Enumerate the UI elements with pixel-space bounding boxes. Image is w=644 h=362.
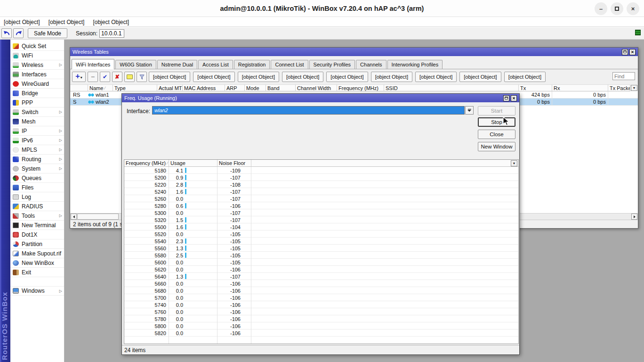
tab[interactable]: WiFi Interfaces (72, 59, 114, 69)
column-header[interactable]: Tx Packet (608, 84, 630, 91)
frequency-row[interactable]: 5820 0.0 -106 (124, 329, 518, 337)
frequency-row[interactable]: 5600 0.0 -105 (124, 259, 518, 266)
frequency-row[interactable]: 5580 2.5 -105 (124, 252, 518, 259)
tab[interactable]: Connect List (271, 60, 308, 69)
toolbar-button[interactable]: [object Object] (326, 72, 368, 82)
comment-button[interactable] (124, 72, 135, 82)
interface-combobox[interactable]: wlan2 (152, 106, 465, 115)
column-select-button[interactable] (631, 85, 637, 91)
session-input[interactable] (99, 29, 124, 38)
sidebar-item[interactable]: Exit (10, 268, 64, 277)
wireless-tables-titlebar[interactable]: Wireless Tables (70, 48, 638, 56)
column-header[interactable] (70, 84, 88, 91)
sidebar-item[interactable]: Files (10, 183, 64, 192)
combobox-dropdown-button[interactable] (465, 106, 474, 115)
frequency-row[interactable]: 5680 0.0 -106 (124, 287, 518, 294)
toolbar-button[interactable]: [object Object] (193, 72, 234, 82)
tab[interactable]: Interworking Profiles (387, 60, 443, 69)
close-button[interactable]: Close (478, 130, 515, 139)
toolbar-button[interactable]: [object Object] (149, 72, 190, 82)
frequency-row[interactable]: 5180 4.1 -109 (124, 167, 518, 174)
maximize-icon[interactable] (611, 2, 623, 15)
sidebar-item[interactable]: WiFi (10, 51, 64, 60)
column-header[interactable]: Usage (169, 160, 217, 167)
start-button[interactable]: Start (478, 106, 515, 115)
column-header[interactable] (251, 160, 518, 167)
sidebar-item[interactable]: WireGuard (10, 79, 64, 89)
column-header[interactable]: Mode (245, 84, 266, 91)
scroll-right-icon[interactable] (631, 214, 637, 220)
scrollbar-thumb[interactable] (77, 214, 119, 220)
close-icon[interactable] (511, 95, 517, 101)
column-header[interactable]: Tx (519, 84, 552, 91)
frequency-row[interactable]: 5560 1.3 -105 (124, 245, 518, 252)
tab[interactable]: Access List (198, 60, 233, 69)
find-input[interactable] (612, 72, 635, 80)
sidebar-item[interactable]: PPP (10, 98, 64, 107)
column-header[interactable]: Rx (552, 84, 608, 91)
frequency-row[interactable]: 5320 1.5 -107 (124, 216, 518, 223)
sidebar-item[interactable]: Bridge (10, 89, 64, 98)
sidebar-item[interactable]: Interfaces (10, 70, 64, 79)
toolbar-button[interactable]: [object Object] (459, 72, 501, 82)
tab[interactable]: Nstreme Dual (157, 60, 197, 69)
sidebar-item[interactable]: Make Supout.rif (10, 249, 64, 258)
column-header[interactable]: Name (88, 84, 113, 91)
safe-mode-button[interactable]: Safe Mode (28, 28, 67, 38)
frequency-row[interactable]: 5660 0.0 -106 (124, 280, 518, 287)
column-header[interactable]: Channel Width (296, 84, 337, 91)
column-header[interactable]: Actual MTU (157, 84, 183, 91)
toolbar-button[interactable]: [object Object] (282, 72, 323, 82)
frequency-row[interactable]: 5240 1.6 -107 (124, 188, 518, 195)
frequency-row[interactable]: 5280 0.6 -106 (124, 202, 518, 209)
sidebar-item[interactable]: New Terminal (10, 221, 64, 230)
sidebar-item[interactable]: Tools (10, 211, 64, 221)
sidebar-item[interactable]: IP (10, 126, 64, 136)
menu-item[interactable]: [object Object] (48, 19, 85, 25)
minimize-icon[interactable]: – (595, 2, 607, 15)
sidebar-item[interactable]: Routing (10, 155, 64, 164)
new-window-button[interactable]: New Window (478, 142, 515, 151)
column-header[interactable]: SSID (384, 84, 519, 91)
sidebar-item[interactable]: IPv6 (10, 136, 64, 145)
toolbar-button[interactable]: [object Object] (238, 72, 279, 82)
sidebar-item[interactable]: Quick Set (10, 41, 64, 51)
frequency-row[interactable]: 5500 1.6 -104 (124, 223, 518, 230)
sidebar-item[interactable]: Wireless (10, 60, 64, 70)
toolbar-button[interactable]: [object Object] (415, 72, 457, 82)
sidebar-item[interactable]: Log (10, 192, 64, 202)
sidebar-item[interactable]: Partition (10, 239, 64, 249)
tab[interactable]: Channels (356, 60, 386, 69)
frequency-row[interactable]: 5760 0.0 -106 (124, 308, 518, 315)
close-icon[interactable]: × (627, 2, 639, 15)
tab[interactable]: W60G Station (115, 60, 156, 69)
sidebar-item[interactable]: Dot1X (10, 230, 64, 239)
column-header[interactable]: Noise Floor (217, 160, 251, 167)
column-header[interactable]: Band (266, 84, 296, 91)
frequency-row[interactable]: 5740 0.0 -106 (124, 301, 518, 308)
redo-button[interactable] (13, 28, 24, 38)
frequency-row[interactable]: 5620 0.0 -106 (124, 266, 518, 273)
scroll-left-icon[interactable] (71, 214, 77, 220)
column-header[interactable]: ARP (225, 84, 245, 91)
toolbar-button[interactable]: [object Object] (504, 72, 546, 82)
menu-item[interactable]: [object Object] (4, 19, 40, 25)
menu-item[interactable]: [object Object] (93, 19, 129, 25)
column-header[interactable]: Frequency (MHz) (124, 160, 169, 167)
frequency-row[interactable]: 5700 0.0 -106 (124, 294, 518, 301)
sidebar-item[interactable]: Mesh (10, 117, 64, 126)
frequency-row[interactable]: 5640 1.3 -107 (124, 273, 518, 280)
frequency-row[interactable]: 5200 0.9 -107 (124, 174, 518, 181)
add-button[interactable] (72, 72, 86, 82)
frequency-row[interactable]: 5520 0.0 -105 (124, 230, 518, 238)
disable-button[interactable] (112, 72, 122, 82)
sidebar-item[interactable]: MPLS (10, 145, 64, 155)
remove-button[interactable] (88, 72, 98, 82)
filter-button[interactable] (137, 72, 147, 82)
sidebar-item[interactable]: Windows (10, 286, 64, 296)
frequency-row[interactable]: 5540 2.3 -105 (124, 238, 518, 245)
sidebar-item[interactable]: New WinBox (10, 258, 64, 268)
maximize-icon[interactable] (622, 49, 628, 55)
column-select-button[interactable] (511, 160, 517, 166)
sidebar-item[interactable]: Switch (10, 107, 64, 117)
